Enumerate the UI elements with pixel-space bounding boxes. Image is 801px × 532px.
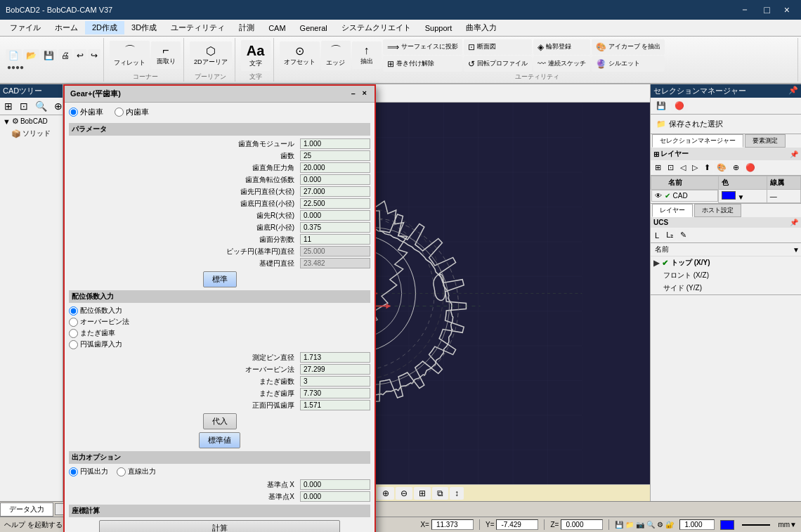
menu-general[interactable]: General bbox=[293, 22, 334, 34]
menu-cam[interactable]: CAM bbox=[261, 22, 292, 34]
radio-overpin-input[interactable] bbox=[69, 318, 78, 327]
layer-tool-4[interactable]: ▷ bbox=[689, 162, 701, 174]
nav-btn-12[interactable]: ↕ bbox=[450, 487, 464, 500]
ucs-pin-icon[interactable]: 📌 bbox=[790, 219, 798, 226]
param-value-0[interactable] bbox=[300, 138, 370, 149]
ribbon-fillet[interactable]: ⌒フィレット bbox=[110, 41, 150, 70]
ucs-filter-icon[interactable]: ▼ bbox=[793, 246, 800, 254]
substitute-button[interactable]: 代入 bbox=[203, 413, 237, 429]
sm-filter-icon[interactable]: 🔴 bbox=[671, 100, 688, 112]
disp-param-value-3[interactable] bbox=[300, 388, 370, 398]
layer-tool-3[interactable]: ◁ bbox=[677, 162, 689, 174]
ribbon-edge[interactable]: ⌒エッジ bbox=[321, 41, 351, 70]
ucs-tool-2[interactable]: L₂ bbox=[663, 229, 676, 241]
ribbon-extract[interactable]: ↑抽出 bbox=[352, 41, 382, 69]
eye-icon[interactable]: 👁 bbox=[655, 192, 662, 200]
radio-displacement[interactable]: 配位係数入力 bbox=[69, 306, 370, 316]
tree-icon-3[interactable]: 🔍 bbox=[32, 99, 50, 113]
tab-data-input[interactable]: データ入力 bbox=[0, 502, 53, 517]
param-value-3[interactable] bbox=[300, 174, 370, 185]
radio-arc-input[interactable] bbox=[69, 467, 78, 476]
ribbon-save[interactable]: 💾 bbox=[41, 49, 57, 62]
param-value-5[interactable] bbox=[300, 198, 370, 209]
ribbon-open[interactable]: 📂 bbox=[23, 49, 39, 62]
ucs-tool-3[interactable]: ✎ bbox=[677, 229, 689, 241]
disp-param-value-2[interactable] bbox=[300, 376, 370, 387]
ribbon-offset[interactable]: ⊙オフセット bbox=[280, 41, 320, 70]
disp-param-value-0[interactable] bbox=[300, 352, 370, 363]
layer-tool-7[interactable]: ⊕ bbox=[730, 162, 742, 174]
menu-system[interactable]: システムクリエイト bbox=[334, 21, 418, 34]
close-button[interactable]: × bbox=[779, 2, 795, 18]
sm-pin-icon[interactable]: 📌 bbox=[788, 86, 798, 96]
standard2-button[interactable]: 標準値 bbox=[199, 432, 240, 448]
layer-row[interactable]: 👁 ✔ CAD ▼ — bbox=[651, 190, 801, 203]
tree-bobcad[interactable]: ▼ ⚙ BobCAD bbox=[0, 115, 63, 127]
ucs-item-front[interactable]: フロント (X/Z) bbox=[651, 269, 801, 282]
radio-mating-input[interactable] bbox=[69, 329, 78, 338]
radio-thickness-input[interactable] bbox=[69, 340, 78, 349]
radio-disp-input[interactable] bbox=[69, 306, 78, 316]
disp-param-value-4[interactable] bbox=[300, 400, 370, 410]
radio-mating[interactable]: またぎ歯車 bbox=[69, 328, 370, 338]
ucs-item-top[interactable]: ▶ ✔ トップ (X/Y) bbox=[651, 257, 801, 269]
dialog-close-icon[interactable]: × bbox=[360, 89, 369, 99]
ribbon-text[interactable]: Aa文字 bbox=[241, 40, 271, 71]
ribbon-section[interactable]: ⊡断面図 bbox=[464, 39, 532, 55]
disp-param-value-1[interactable] bbox=[300, 364, 370, 375]
layer-tool-6[interactable]: 🎨 bbox=[714, 162, 729, 174]
ribbon-aicurve[interactable]: 🎨アイカーブ を抽出 bbox=[592, 39, 665, 55]
menu-2d[interactable]: 2D作成 bbox=[85, 21, 124, 34]
ribbon-undo[interactable]: ↩ bbox=[74, 49, 86, 62]
maximize-button[interactable]: □ bbox=[758, 2, 775, 18]
menu-3d[interactable]: 3D作成 bbox=[124, 21, 164, 34]
param-value-2[interactable] bbox=[300, 162, 370, 173]
base-y-value[interactable] bbox=[300, 491, 370, 502]
color-dropdown[interactable]: ▼ bbox=[737, 193, 744, 201]
radio-line-input[interactable] bbox=[117, 467, 126, 476]
tab-element-measure[interactable]: 要素測定 bbox=[745, 134, 786, 148]
ribbon-chamfer[interactable]: ⌐面取り bbox=[151, 41, 181, 69]
sm-save-icon[interactable]: 💾 bbox=[653, 100, 670, 112]
ucs-item-side[interactable]: サイド (Y/Z) bbox=[651, 282, 801, 294]
ribbon-silhouette[interactable]: 🔮シルエット bbox=[592, 56, 665, 72]
tab-selection-manager[interactable]: セレクションマネージャー bbox=[652, 134, 743, 148]
layer-tool-8[interactable]: 🔴 bbox=[743, 162, 758, 174]
param-value-8[interactable] bbox=[300, 234, 370, 245]
ribbon-connect[interactable]: 〰連続スケッチ bbox=[533, 56, 590, 72]
layer-row-color[interactable]: ▼ bbox=[718, 190, 767, 203]
calc-button[interactable]: 計算 bbox=[99, 520, 340, 532]
layer-tool-5[interactable]: ⬆ bbox=[701, 162, 713, 174]
layer-tool-1[interactable]: ⊞ bbox=[652, 162, 664, 174]
ribbon-unwrap[interactable]: ⊞巻き付け解除 bbox=[383, 56, 462, 72]
ribbon-new[interactable]: 📄 bbox=[6, 49, 22, 62]
param-value-6[interactable] bbox=[300, 210, 370, 221]
ucs-tool-1[interactable]: L bbox=[652, 229, 662, 241]
saved-selection-item[interactable]: 📁 保存された選択 bbox=[653, 117, 798, 131]
radio-over-pin[interactable]: オーバーピン法 bbox=[69, 317, 370, 327]
standard-button[interactable]: 標準 bbox=[203, 271, 237, 287]
radio-outer-input[interactable] bbox=[69, 108, 78, 117]
radio-inner-input[interactable] bbox=[115, 108, 124, 117]
menu-measure[interactable]: 計測 bbox=[232, 21, 261, 34]
param-value-4[interactable] bbox=[300, 186, 370, 197]
ribbon-print[interactable]: 🖨 bbox=[58, 49, 72, 62]
ribbon-surface-project[interactable]: ⟹サーフェイスに投影 bbox=[383, 39, 462, 55]
base-x-value[interactable] bbox=[300, 479, 370, 490]
layer-tool-2[interactable]: ⊡ bbox=[665, 162, 677, 174]
menu-support[interactable]: Support bbox=[418, 22, 460, 34]
radio-arc-output[interactable]: 円弧出力 bbox=[69, 467, 108, 476]
radio-line-output[interactable]: 直線出力 bbox=[117, 467, 156, 476]
ribbon-redo[interactable]: ↪ bbox=[88, 49, 100, 62]
menu-curve[interactable]: 曲率入力 bbox=[459, 21, 504, 34]
radio-outer[interactable]: 外歯車 bbox=[69, 107, 103, 117]
nav-btn-9[interactable]: ⊖ bbox=[396, 487, 412, 500]
gear-dialog-title[interactable]: Gear+(平歯車) － × bbox=[65, 86, 375, 103]
ribbon-outline[interactable]: ◈輪郭登録 bbox=[533, 39, 590, 55]
tab-layer[interactable]: レイヤー bbox=[652, 204, 693, 217]
minimize-button[interactable]: － bbox=[734, 2, 755, 18]
ribbon-rotate[interactable]: ↺回転プロファイル bbox=[464, 56, 532, 72]
menu-file[interactable]: ファイル bbox=[3, 21, 48, 34]
layer-pin-icon[interactable]: 📌 bbox=[790, 150, 798, 158]
param-value-7[interactable] bbox=[300, 222, 370, 233]
